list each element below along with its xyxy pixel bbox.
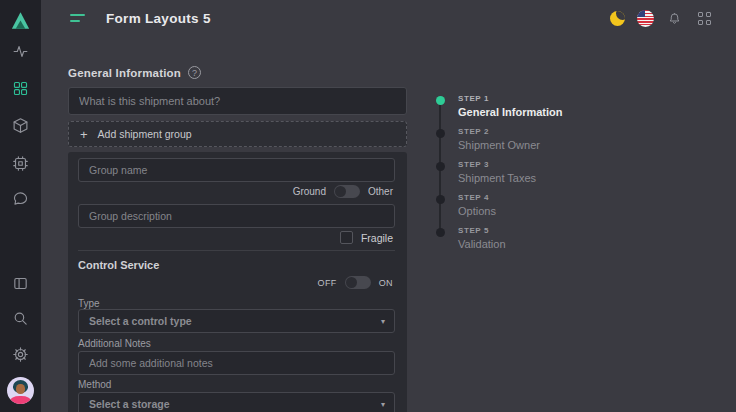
add-shipment-group-button[interactable]: + Add shipment group (68, 121, 407, 147)
method-label: Method (78, 379, 111, 390)
language-selector[interactable] (637, 0, 667, 36)
group-description-input[interactable] (78, 204, 395, 228)
sidebar (0, 0, 41, 412)
app-logo[interactable] (0, 0, 41, 41)
step-dot (436, 129, 445, 138)
add-group-label: Add shipment group (98, 128, 192, 140)
help-icon[interactable]: ? (188, 66, 201, 79)
chat-bubble-icon (12, 190, 29, 207)
plus-icon: + (80, 128, 88, 141)
chevron-down-icon: ▾ (381, 317, 385, 326)
on-label: ON (379, 278, 393, 288)
select-value: Select a control type (89, 315, 192, 327)
shipment-about-input[interactable] (68, 87, 407, 115)
fragile-label: Fragile (361, 232, 393, 244)
step-title: Options (458, 205, 496, 217)
moon-icon (610, 11, 625, 26)
apps-grid-icon (698, 12, 711, 25)
fragile-checkbox[interactable] (340, 231, 353, 244)
storage-method-select[interactable]: Select a storage ▾ (78, 392, 395, 412)
sidebar-item-components[interactable] (0, 116, 41, 134)
theme-toggle-button[interactable] (610, 0, 637, 36)
gear-icon (12, 346, 29, 363)
notes-label: Additional Notes (78, 338, 151, 349)
stepper-step-2[interactable]: STEP 2 Shipment Owner (436, 127, 540, 151)
step-title: Validation (458, 238, 506, 250)
page-title: Form Layouts 5 (106, 11, 211, 26)
step-dot (436, 228, 445, 237)
step-label: STEP 1 (458, 94, 563, 103)
step-title: Shipment Owner (458, 139, 540, 151)
toggle-right-label: Other (368, 186, 393, 197)
off-label: OFF (317, 278, 336, 288)
grid-icon (12, 80, 29, 97)
step-title: General Information (458, 106, 563, 118)
section-title: General Information (68, 67, 181, 79)
layout-panel-icon (12, 275, 29, 292)
transport-toggle[interactable] (334, 185, 360, 198)
stepper-step-3[interactable]: STEP 3 Shipment Taxes (436, 160, 536, 184)
sidebar-search[interactable] (0, 309, 41, 327)
control-service-toggle[interactable] (345, 276, 371, 289)
us-flag-icon (637, 10, 654, 27)
step-label: STEP 4 (458, 193, 496, 202)
sidebar-settings[interactable] (0, 345, 41, 363)
control-type-select[interactable]: Select a control type ▾ (78, 309, 395, 333)
sidebar-item-layouts[interactable] (0, 79, 41, 97)
step-label: STEP 3 (458, 160, 536, 169)
step-title: Shipment Taxes (458, 172, 536, 184)
header-actions (610, 0, 711, 36)
step-label: STEP 5 (458, 226, 506, 235)
chevron-down-icon: ▾ (381, 400, 385, 409)
toggle-left-label: Ground (293, 186, 326, 197)
type-label: Type (78, 298, 100, 309)
stepper-step-4[interactable]: STEP 4 Options (436, 193, 496, 217)
step-label: STEP 2 (458, 127, 540, 136)
stepper-step-1[interactable]: STEP 1 General Information (436, 94, 563, 118)
header-bar: Form Layouts 5 (41, 0, 736, 36)
control-service-title: Control Service (78, 259, 159, 271)
user-avatar[interactable] (7, 377, 34, 404)
notifications-button[interactable] (667, 0, 682, 36)
menu-toggle-icon[interactable] (70, 13, 85, 23)
additional-notes-input[interactable] (78, 351, 395, 375)
apps-menu-button[interactable] (698, 0, 711, 36)
logo-triangle-icon (9, 9, 32, 32)
chip-icon (12, 155, 29, 172)
avatar-face (16, 384, 25, 394)
wizard-stepper: STEP 1 General Information STEP 2 Shipme… (436, 94, 716, 274)
select-value: Select a storage (89, 398, 170, 410)
stepper-step-5[interactable]: STEP 5 Validation (436, 226, 506, 250)
shipment-group-card: Ground Other Fragile Control Service OFF… (68, 152, 407, 412)
search-icon (12, 310, 29, 327)
sidebar-item-messages[interactable] (0, 189, 41, 207)
toggle-knob (335, 186, 346, 197)
group-name-input[interactable] (78, 158, 395, 182)
step-dot (436, 96, 445, 105)
sidebar-item-devices[interactable] (0, 154, 41, 172)
step-dot (436, 162, 445, 171)
step-dot (436, 195, 445, 204)
sidebar-toggle-panel[interactable] (0, 274, 41, 292)
bell-icon (667, 11, 682, 26)
cube-icon (12, 117, 29, 134)
avatar-shirt (10, 396, 31, 404)
activity-icon (12, 43, 29, 60)
toggle-knob (346, 277, 357, 288)
sidebar-item-activity[interactable] (0, 42, 41, 60)
card-divider (78, 250, 395, 251)
